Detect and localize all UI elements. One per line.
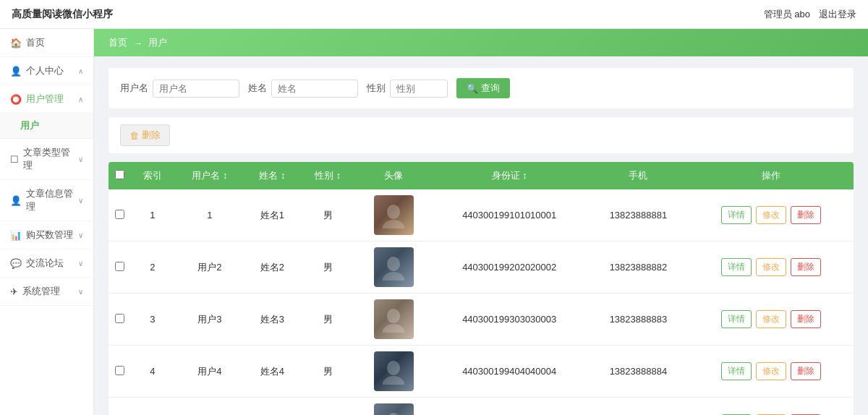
sidebar-item-content-mgmt[interactable]: ☐ 文章类型管理 ∨	[0, 139, 93, 180]
row-username: 用户5	[175, 398, 244, 416]
edit-button[interactable]: 修改	[756, 310, 786, 328]
action-buttons: 详情 修改 删除	[695, 206, 848, 224]
row-idcard: 440300199404040004	[431, 346, 587, 398]
detail-button[interactable]: 详情	[721, 362, 752, 380]
username-label: 用户名	[120, 82, 148, 95]
detail-button[interactable]: 详情	[721, 206, 752, 224]
chevron-down-icon-4: ∨	[78, 231, 83, 239]
delete-button[interactable]: 删除	[791, 362, 821, 380]
action-bar: 🗑 删除	[109, 117, 854, 153]
data-table: 索引 用户名 ↕ 姓名 ↕ 性别 ↕ 头像 身份证 ↕ 手机 操作 1 1 姓名…	[109, 162, 854, 415]
sidebar-content-label: 文章类型管理	[23, 146, 78, 172]
row-avatar	[356, 241, 432, 294]
sidebar-article-label: 文章信息管理	[26, 187, 78, 213]
chevron-down-icon-6: ∨	[78, 288, 83, 296]
logout-link[interactable]: 退出登录	[819, 8, 856, 21]
breadcrumb-separator: →	[133, 38, 142, 48]
row-username: 用户2	[175, 241, 244, 294]
edit-button[interactable]: 修改	[756, 362, 786, 380]
action-buttons: 详情 修改 删除	[695, 310, 848, 328]
edit-button[interactable]: 修改	[756, 258, 786, 276]
chevron-up-icon: ∧	[78, 95, 83, 103]
header-index: 索引	[130, 162, 175, 189]
header-actions: 操作	[689, 162, 854, 189]
admin-label: 管理员 abo	[764, 8, 810, 21]
row-checkbox[interactable]	[115, 314, 124, 323]
delete-button[interactable]: 删除	[791, 206, 821, 224]
row-phone: 13823888885	[587, 398, 689, 416]
main-layout: 🏠 首页 👤 个人中心 ∧ ⭕ 用户管理 ∧ 用户 ☐ 文章类型管理	[0, 29, 868, 415]
row-actions: 详情 修改 删除	[689, 398, 854, 416]
row-idcard: 440300199505050005	[431, 398, 587, 416]
row-idcard: 440300199202020002	[431, 241, 587, 294]
name-search-field: 姓名	[248, 80, 358, 98]
sidebar-item-personal[interactable]: 👤 个人中心 ∧	[0, 57, 93, 85]
row-checkbox[interactable]	[115, 262, 124, 271]
row-checkbox-cell	[109, 189, 130, 241]
row-gender: 男	[300, 189, 356, 241]
row-name: 姓名4	[244, 346, 300, 398]
action-buttons: 详情 修改 删除	[695, 362, 848, 380]
chevron-down-icon: ∧	[78, 67, 83, 75]
row-username: 用户4	[175, 346, 244, 398]
header-name[interactable]: 姓名 ↕	[244, 162, 300, 189]
avatar	[374, 351, 414, 391]
page-content: 用户名 姓名 性别 🔍 查询 🗑	[94, 56, 868, 415]
search-button[interactable]: 🔍 查询	[456, 78, 510, 98]
sidebar-sub-item-users[interactable]: 用户	[0, 114, 93, 139]
row-phone: 13823888883	[587, 294, 689, 346]
batch-delete-label: 删除	[142, 129, 161, 142]
row-index: 1	[130, 189, 175, 241]
row-checkbox[interactable]	[115, 210, 124, 219]
select-all-checkbox[interactable]	[115, 170, 124, 179]
sidebar: 🏠 首页 👤 个人中心 ∧ ⭕ 用户管理 ∧ 用户 ☐ 文章类型管理	[0, 29, 94, 415]
row-actions: 详情 修改 删除	[689, 241, 854, 294]
avatar	[374, 247, 414, 287]
sidebar-item-user-mgmt[interactable]: ⭕ 用户管理 ∧	[0, 85, 93, 114]
sidebar-item-home[interactable]: 🏠 首页	[0, 29, 93, 57]
delete-button[interactable]: 删除	[791, 258, 821, 276]
gender-input[interactable]	[390, 80, 448, 98]
row-gender: 男	[300, 398, 356, 416]
breadcrumb-home[interactable]: 首页	[109, 36, 127, 49]
name-input[interactable]	[271, 80, 358, 98]
batch-delete-button[interactable]: 🗑 删除	[120, 124, 170, 146]
row-actions: 详情 修改 删除	[689, 189, 854, 241]
sidebar-personal-label: 个人中心	[26, 64, 64, 77]
app-logo: 高质量阅读微信小程序	[12, 8, 764, 21]
username-input[interactable]	[153, 80, 239, 98]
row-checkbox[interactable]	[115, 366, 124, 375]
sidebar-item-sys-mgmt[interactable]: ✈ 系统管理 ∨	[0, 278, 93, 306]
table-row: 2 用户2 姓名2 男 440300199202020002 138238888…	[109, 241, 854, 294]
row-username: 1	[175, 189, 244, 241]
purchase-mgmt-icon: 📊	[10, 230, 22, 241]
chevron-down-icon-3: ∨	[78, 197, 83, 205]
sidebar-item-purchase-mgmt[interactable]: 📊 购买数管理 ∨	[0, 221, 93, 249]
avatar	[374, 403, 414, 415]
row-username: 用户3	[175, 294, 244, 346]
svg-point-5	[383, 324, 404, 333]
row-name: 姓名1	[244, 189, 300, 241]
delete-button[interactable]: 删除	[791, 310, 821, 328]
header-gender[interactable]: 性别 ↕	[300, 162, 356, 189]
row-checkbox-cell	[109, 241, 130, 294]
sub-users-label: 用户	[20, 120, 39, 131]
forum-icon: 💬	[10, 258, 22, 269]
detail-button[interactable]: 详情	[721, 310, 752, 328]
detail-button[interactable]: 详情	[721, 258, 752, 276]
svg-point-3	[383, 272, 404, 281]
header-phone: 手机	[587, 162, 689, 189]
sidebar-forum-label: 交流论坛	[26, 257, 64, 270]
sidebar-item-article-mgmt[interactable]: 👤 文章信息管理 ∨	[0, 180, 93, 221]
article-mgmt-icon: 👤	[10, 195, 22, 206]
table-row: 1 1 姓名1 男 440300199101010001 13823888881…	[109, 189, 854, 241]
content-mgmt-icon: ☐	[10, 154, 19, 165]
trash-icon: 🗑	[129, 130, 139, 141]
row-index: 3	[130, 294, 175, 346]
search-btn-label: 查询	[481, 82, 500, 95]
personal-icon: 👤	[10, 66, 22, 77]
edit-button[interactable]: 修改	[756, 206, 786, 224]
header-idcard[interactable]: 身份证 ↕	[431, 162, 587, 189]
header-username[interactable]: 用户名 ↕	[175, 162, 244, 189]
sidebar-item-forum[interactable]: 💬 交流论坛 ∨	[0, 249, 93, 278]
